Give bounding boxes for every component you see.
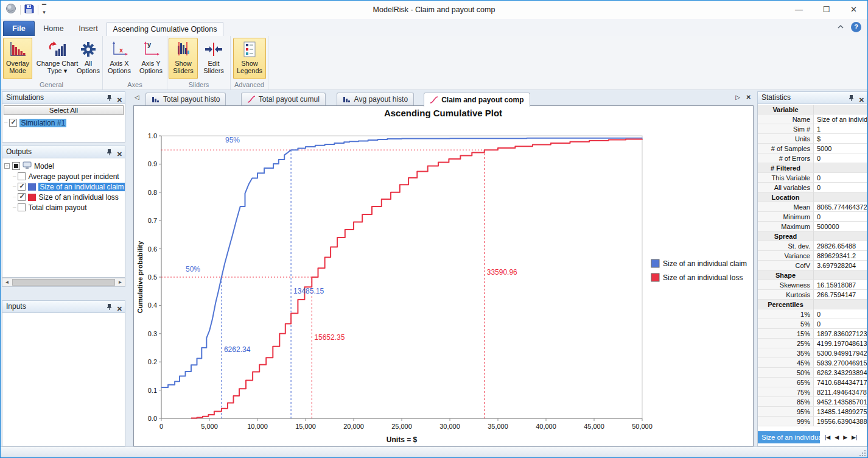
stat-value: 0 [814,183,867,192]
stat-label: St. dev. [758,241,814,250]
ascending-cumulative-plot: Ascending Cumulative PlotUnits = $Cumula… [134,106,753,446]
scroll-right-icon[interactable]: ► [116,280,125,285]
collapse-ribbon-icon[interactable] [836,21,845,32]
slider-value-label[interactable]: 15652.35 [314,333,345,342]
group-label-advanced: Advanced [231,81,268,88]
simulation-tree-item[interactable]: ┈ Simulation #1 [4,118,66,128]
stat-label: # of Errors [758,153,814,163]
output-checkbox[interactable] [18,172,26,180]
output-label[interactable]: Model [34,162,54,171]
output-tree-item[interactable]: ┈Average payout per incident [13,171,119,181]
scroll-left-icon[interactable]: ◄ [2,280,12,285]
close-button[interactable]: ✕ [840,1,867,18]
outputs-panel-header: Outputs ✕ [2,146,125,158]
slider-value-label[interactable]: 33590.96 [487,268,517,277]
document-tab-claim-and-payout-comp[interactable]: Claim and payout comp [424,93,530,107]
percent-slider-label[interactable]: 95% [225,136,240,144]
document-tab-avg-payout-histo[interactable]: Avg payout histo [337,93,415,105]
select-all-button[interactable]: Select All [4,105,124,115]
output-checkbox[interactable] [12,162,20,170]
edit-sliders-button[interactable]: Edit Sliders [199,38,228,79]
scrollbar-thumb[interactable] [12,279,115,286]
document-tab-label: Total payout cumul [259,95,320,104]
help-icon[interactable]: ? [851,22,861,32]
stat-value: 0 [814,319,867,328]
stat-value: 16.15918087 [814,280,867,289]
document-tab-label: Claim and payout comp [441,96,523,104]
stat-value: 0 [814,309,867,319]
overlay-mode-button[interactable]: Overlay Mode [3,38,32,79]
show-sliders-button[interactable]: Show Sliders [169,38,198,79]
tab-scroll-left-icon[interactable]: ◁ [135,94,139,100]
tree-collapse-icon[interactable]: − [4,163,10,169]
variable-nav-icon[interactable]: ▶ [843,434,847,440]
close-panel-icon[interactable]: ✕ [117,96,122,104]
variable-nav-buttons: |◀◀▶▶| [825,434,857,440]
document-tab-total-payout-histo[interactable]: Total payout histo [145,93,226,105]
output-checkbox[interactable] [18,203,26,211]
y-tick-label: 0.6 [148,245,157,253]
output-label[interactable]: Total claim payout [28,203,86,212]
close-panel-icon[interactable]: ✕ [117,150,122,158]
legend-swatch [651,273,659,281]
slider-value-label[interactable]: 13485.15 [293,287,324,295]
tab-insert[interactable]: Insert [72,22,104,36]
ribbon-tab-row: File Home Insert Ascending Cumulative Op… [1,19,867,36]
chart-tabstrip: ◁ ▷ ✕ Total payout histoTotal payout cum… [133,91,754,105]
output-checkbox[interactable] [18,183,26,191]
stat-value: 5939.27004691566 [814,358,867,367]
statistics-variable-tab[interactable]: Size of an individual claim [758,431,820,443]
show-legends-label: Show Legends [234,60,265,74]
variable-nav-icon[interactable]: ◀ [835,434,839,440]
tab-ascending-cumulative-options[interactable]: Ascending Cumulative Options [107,22,223,36]
minimize-button[interactable]: — [785,1,813,18]
maximize-button[interactable]: ☐ [813,1,840,18]
show-legends-button[interactable]: Show Legends [233,38,266,79]
simulation-label[interactable]: Simulation #1 [19,119,66,127]
output-label[interactable]: Size of an individual loss [38,193,118,202]
percent-slider-label[interactable]: 50% [186,265,200,273]
output-tree-item[interactable]: −Model [4,161,54,171]
tab-file[interactable]: File [3,21,35,36]
pin-icon[interactable] [849,94,854,105]
ribbon-group-axes: x Axis X Options y Axis Y Options Axes [103,36,167,90]
tab-scroll-right-icon[interactable]: ▷ [735,94,740,100]
all-options-button[interactable]: All Options [72,38,104,79]
y-tick-label: 0.4 [148,301,157,309]
stat-label: Sim # [758,124,814,133]
close-panel-icon[interactable]: ✕ [859,96,864,104]
output-tree-item[interactable]: ┈Size of an individual loss [13,192,119,202]
close-panel-icon[interactable]: ✕ [117,305,122,313]
tab-home[interactable]: Home [37,22,70,36]
stat-label: All variables [758,183,814,192]
outputs-horizontal-scrollbar[interactable]: ◄ ► [2,278,125,287]
overlay-mode-icon [8,40,27,58]
group-label-general: General [1,81,102,88]
statistics-section-header: Location [758,192,867,202]
output-tree-item[interactable]: ┈Size of an individual claim [13,181,125,192]
output-label[interactable]: Average payout per incident [28,172,119,181]
stat-value: 500000 [814,222,867,231]
statistics-row: 95%13485.1489927528 [758,407,867,417]
outputs-panel-title: Outputs [6,147,32,156]
close-document-icon[interactable]: ✕ [746,93,751,102]
document-tab-total-payout-cumul[interactable]: Total payout cumul [241,93,326,105]
titlebar: ▔▾ ModelRisk - Claim and payout comp — ☐… [1,1,867,19]
output-label[interactable]: Size of an individual claim [38,183,125,191]
statistics-section-header: Percentiles [758,300,867,309]
all-options-label: All Options [73,60,103,74]
stat-value: 19556.6390438899 [814,417,867,426]
stat-label: This Variable [758,173,814,182]
y-tick-label: 0.7 [148,217,157,224]
variable-nav-icon[interactable]: ▶| [852,434,857,440]
slider-value-label[interactable]: 6262.34 [224,345,251,354]
statistics-row: 1%0 [758,309,867,319]
variable-nav-icon[interactable]: |◀ [825,434,830,440]
simulation-checkbox[interactable] [9,119,17,127]
resize-grip[interactable] [859,449,866,457]
output-checkbox[interactable] [18,193,26,201]
stat-value: 13485.1489927528 [814,407,867,416]
axis-y-options-button[interactable]: y Axis Y Options [136,38,166,79]
output-tree-item[interactable]: ┈Total claim payout [13,202,86,213]
axis-x-options-button[interactable]: x Axis X Options [104,38,135,79]
